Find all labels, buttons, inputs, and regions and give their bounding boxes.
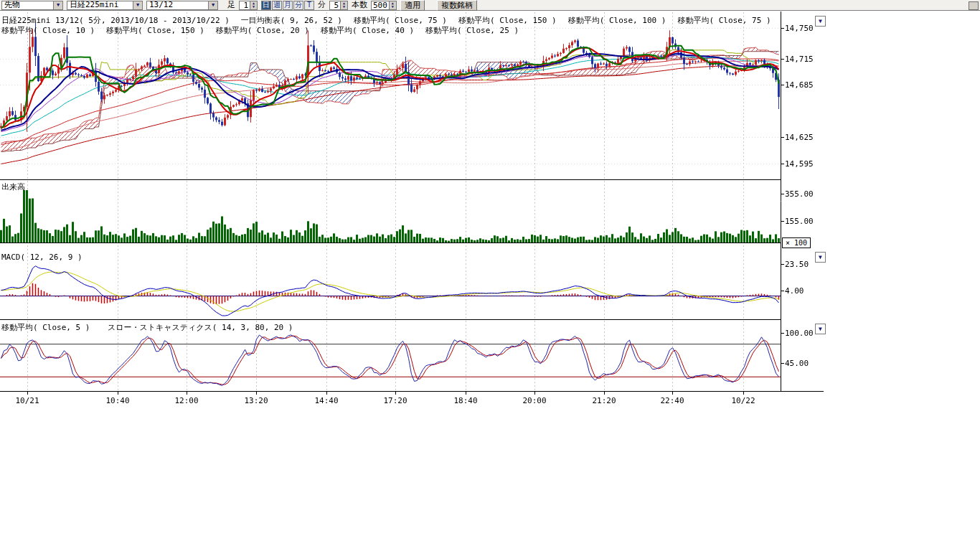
stepper-arrows[interactable]: ▲ ▼ — [250, 1, 257, 9]
x-axis-label: 13:20 — [242, 396, 270, 405]
period-button-group: 日 週 月 分 T — [261, 1, 314, 10]
indicator-label: 移動平均( Close, 20 ) — [216, 25, 309, 36]
x-axis-label: 12:00 — [172, 396, 201, 405]
stoch-axis-label: 100.00 — [785, 329, 814, 338]
period-button-tick[interactable]: T — [304, 1, 314, 10]
x-axis-label: 14:40 — [312, 396, 341, 405]
chevron-down-icon: ▼ — [819, 18, 822, 24]
minute-interval-stepper[interactable]: 5 ▲ ▼ — [329, 1, 348, 10]
bar-count-label: 本数 — [352, 1, 367, 9]
price-axis-label: 14,715 — [785, 55, 814, 64]
symbol-select[interactable]: 日経225mini ▼ — [67, 1, 143, 10]
price-axis-label: 14,595 — [785, 159, 814, 169]
chevron-down-icon: ▼ — [53, 1, 62, 9]
period-button-day[interactable]: 日 — [261, 1, 271, 10]
apply-button[interactable]: 適用 — [400, 0, 425, 11]
indicator-label: 移動平均( Close, 25 ) — [425, 25, 519, 36]
bar-count-value: 500 — [372, 1, 389, 9]
indicator-label: 一目均衡表( 9, 26, 52 ) — [241, 15, 342, 26]
chevron-down-icon: ▼ — [819, 326, 822, 332]
macd-panel-dropdown-button[interactable]: ▼ — [815, 252, 826, 263]
price-axis-label: 14,625 — [785, 133, 814, 142]
stoch-ma-label: 移動平均( Close, 5 ) — [1, 322, 90, 333]
contract-month-select[interactable]: 13/12 ▼ — [146, 1, 218, 10]
bar-label: 足 — [227, 1, 235, 9]
chevron-down-icon: ▼ — [819, 254, 822, 260]
price-axis-label: 14,685 — [785, 80, 814, 90]
instrument-type-value: 先物 — [4, 1, 20, 9]
indicator-label: 移動平均( Close, 150 ) — [106, 25, 204, 36]
x-axis-label: 10:40 — [103, 396, 132, 405]
stepper-arrows[interactable]: ▲ ▼ — [389, 1, 396, 9]
spinner-down-icon[interactable]: ▼ — [341, 5, 347, 9]
stoch-panel-label: スロー・ストキャスティクス( 14, 3, 80, 20 ) — [108, 322, 293, 333]
volume-multiplier-badge: × 100 — [782, 237, 811, 248]
multi-symbol-button[interactable]: 複数銘柄 — [437, 0, 477, 11]
macd-axis-label: 23.50 — [785, 260, 809, 269]
period-button-month[interactable]: 月 — [283, 1, 293, 10]
minute-interval-value: 5 — [330, 1, 340, 9]
chevron-down-icon: ▼ — [208, 1, 217, 9]
stoch-panel-dropdown-button[interactable]: ▼ — [815, 324, 826, 334]
indicator-label: 日経225mini 13/12( 5分, 2013/10/18 - 2013/1… — [1, 15, 230, 26]
price-panel-dropdown-button[interactable]: ▼ — [815, 16, 826, 27]
spinner-down-icon[interactable]: ▼ — [250, 5, 257, 9]
volume-panel-label: 出来高 — [1, 182, 25, 192]
volume-axis-label: 155.00 — [785, 217, 814, 226]
indicator-label: 移動平均( Close, 100 ) — [568, 15, 666, 26]
x-axis-label: 10/21 — [13, 396, 42, 405]
indicator-label: 移動平均( Close, 75 ) — [677, 15, 771, 26]
indicator-label: 移動平均( Close, 75 ) — [354, 15, 447, 26]
chevron-down-icon: ▼ — [133, 1, 142, 9]
stoch-axis-label: 45.00 — [785, 359, 809, 368]
indicator-label: 移動平均( Close, 40 ) — [321, 25, 414, 36]
x-axis-label: 22:40 — [658, 396, 687, 405]
contract-month-value: 13/12 — [149, 1, 173, 9]
bar-interval-stepper[interactable]: 1 ▲ ▼ — [239, 1, 258, 10]
x-axis-label: 18:40 — [451, 396, 480, 405]
indicator-label: 移動平均( Close, 150 ) — [458, 15, 557, 26]
chart-area: 日経225mini 13/12( 5分, 2013/10/18 - 2013/1… — [0, 11, 980, 413]
macd-panel-label: MACD( 12, 26, 9 ) — [1, 253, 83, 262]
price-indicator-row-1: 日経225mini 13/12( 5分, 2013/10/18 - 2013/1… — [1, 15, 771, 26]
symbol-value: 日経225mini — [70, 1, 118, 9]
price-axis-label: 14,750 — [785, 24, 814, 33]
bar-interval-value: 1 — [240, 1, 250, 9]
toolbar: 先物 ▼ 日経225mini ▼ 13/12 ▼ 足 1 ▲ ▼ 日 週 月 分… — [0, 0, 980, 11]
indicator-label: 移動平均( Close, 10 ) — [1, 25, 95, 36]
period-button-week[interactable]: 週 — [272, 1, 282, 10]
period-button-minute[interactable]: 分 — [293, 1, 303, 10]
x-axis-label: 17:20 — [381, 396, 410, 405]
x-axis-label: 21:20 — [590, 396, 618, 405]
x-axis-label: 20:00 — [520, 396, 549, 405]
bar-count-stepper[interactable]: 500 ▲ ▼ — [371, 1, 397, 10]
macd-axis-label: 4.00 — [785, 286, 804, 296]
minute-label: 分 — [318, 1, 326, 9]
x-axis-label: 10/22 — [729, 396, 758, 405]
volume-axis-label: 355.00 — [785, 189, 814, 199]
stepper-arrows[interactable]: ▲ ▼ — [340, 1, 347, 9]
instrument-type-select[interactable]: 先物 ▼ — [1, 1, 63, 10]
window-control-icon[interactable] — [969, 1, 979, 10]
price-indicator-row-2: 移動平均( Close, 10 ) 移動平均( Close, 150 ) 移動平… — [1, 25, 519, 36]
chart-canvas[interactable] — [0, 11, 824, 409]
spinner-down-icon[interactable]: ▼ — [390, 5, 396, 9]
